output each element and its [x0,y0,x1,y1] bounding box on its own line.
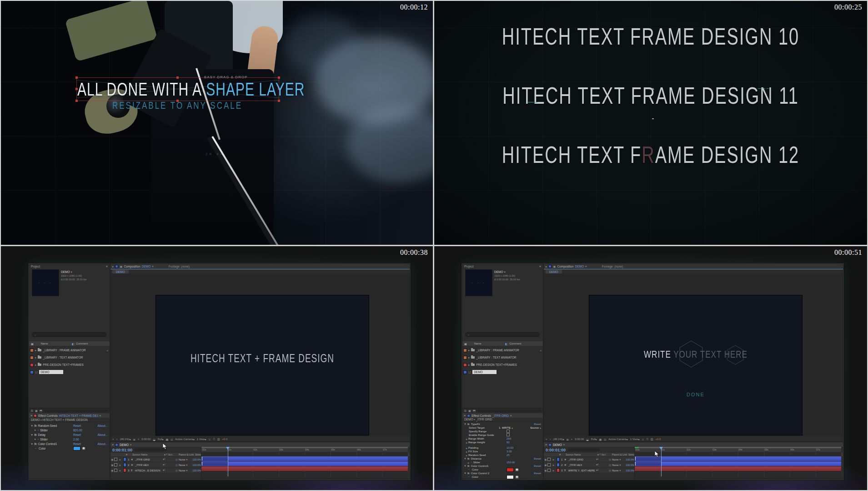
panel-menu-icon[interactable]: ≡ [106,265,108,268]
effect-row-color-control1[interactable]: ▼fx Color Control1 Reset About... [29,441,110,446]
effect-row-fx-size[interactable]: ▸FX Size 3.00 [462,450,543,453]
panel-menu-icon[interactable]: ≡ [563,443,565,446]
layer-row-2[interactable]: ◉ ▸ 2 ✹ _ITFR HEX ♦⁄⧵ ◎None▾ 100.0% [110,462,201,468]
lock-icon[interactable]: ▣ [120,265,122,268]
effect-row-random-seed[interactable]: ▼fx Random Seed Reset About... [29,423,110,428]
layer-switches[interactable]: ♦⁄⧵ [163,463,176,466]
layer-row-3[interactable]: ◉ ▸ 3 T HITECH...E DESIGN ♦⁄⧵ ◎None▾ 100… [110,468,201,473]
effect-row-slider[interactable]: ▸◔ Slider 150.00 [462,461,543,464]
reset-button[interactable]: Reset [534,457,541,460]
effect-row-random-seed[interactable]: ▸Random Seed 25 [462,453,543,457]
layer-bar-2[interactable] [201,461,408,466]
snapshot-icon[interactable]: ⬓ [586,438,589,441]
project-search-input[interactable]: ⌕ [465,332,540,337]
roi-icon[interactable]: ▦ [599,438,602,441]
project-item-label[interactable]: PRE-DESIGN TEXT+FRAMES [43,363,84,366]
effect-controls-tab-label[interactable]: Effect Controls [472,414,491,417]
footage-tab[interactable]: Footage: (none) [169,265,190,268]
viewer-time[interactable]: 0:00:00 [575,438,584,440]
project-item-label[interactable]: _LIBRARY : TEXT ANIMATOR [476,356,516,359]
stretch-value[interactable]: 100.0% [192,458,201,461]
effect-row-select-target[interactable]: Select Target 1. WRITE▾ Source▾ [462,426,543,430]
eye-icon[interactable]: ◉ [544,469,547,472]
project-thumbnail[interactable]: · · · [465,269,492,296]
magnification-dropdown[interactable]: (49.1%)▾ [120,438,131,441]
effect-row-slider[interactable]: ▸◔ Slider 2.00 [29,437,110,441]
reset-button[interactable]: Reset [534,465,541,467]
project-search-input[interactable]: ⌕ [32,332,106,337]
project-item-label[interactable]: _LIBRARY : FRAME ANIMATOR [476,349,519,352]
composition-view[interactable]: WRITE YOUR TEXT HERE DONE [589,295,803,435]
transparency-icon[interactable]: ⊡ [604,438,606,441]
transparency-icon[interactable]: ⊡ [171,438,173,441]
zoom-tool-icon[interactable]: ⌕ [116,438,117,441]
composition-tab-label[interactable]: Composition [557,265,573,268]
slider-value[interactable]: 2.00 [73,438,79,441]
mini-search-input[interactable] [44,410,108,412]
stopwatch-icon[interactable]: ◔ [35,447,36,450]
zoom-tool-icon[interactable]: ⌕ [549,438,551,441]
slider-value[interactable]: 150.00 [507,461,515,464]
parent-dropdown[interactable]: ◎None▾ [176,458,193,461]
layer-row-3[interactable]: ◉ ▸ 3 T WRITE Y...EXT HERE ♦⁄⧵ ◎None▾ 10… [544,468,634,473]
property-value[interactable]: 250 [507,437,511,440]
project-list-header[interactable]: ▦ Name ◧ Comment [462,341,543,346]
checkbox[interactable] [507,433,510,436]
playhead-handle[interactable] [659,447,663,450]
property-value[interactable]: 25 [507,454,510,456]
panel-menu-icon[interactable]: ≡ [510,414,512,417]
stopwatch-icon[interactable]: ◔ [37,429,39,432]
roi-icon[interactable]: ▦ [166,438,169,441]
layer-name[interactable]: WRITE Y...EXT HERE [568,469,596,472]
project-item-label[interactable]: _LIBRARY : FRAME ANIMATOR [43,349,86,352]
reset-button[interactable]: Reset [73,424,81,427]
time-ruler[interactable]: :00s01s02s03s04s05s06s07s [201,448,408,452]
project-item-demo[interactable]: ◱ DEMO [462,369,543,375]
reset-button[interactable]: Reset [73,433,81,436]
composition-tab-name[interactable]: DEMO [142,265,151,268]
parent-dropdown[interactable]: ◎None▾ [176,463,193,466]
panel-menu-icon[interactable]: ≡ [585,265,587,268]
project-item-library-text-animator[interactable]: ▸ _LIBRARY : TEXT ANIMATOR [462,354,543,361]
column-comment[interactable]: Comment [509,342,521,345]
layer-name[interactable]: _ITFR HEX [568,464,596,466]
project-item-library-frame-animator[interactable]: ▸ _LIBRARY : FRAME ANIMATOR ꭥ [29,347,110,354]
eye-icon[interactable]: ◉ [110,463,114,466]
project-item-predesign[interactable]: ▸ PRE-DESIGN TEXT+FRAMES [462,361,543,368]
view-layout-dropdown[interactable]: 1 View▾ [197,438,206,441]
exposure-value[interactable]: +0.0 [222,438,227,440]
effect-row-color[interactable]: ◔ Color [29,446,110,451]
camera-dropdown[interactable]: Active Camera▾ [175,438,194,441]
property-value[interactable]: 10.00 [507,446,513,449]
project-item-library-frame-animator[interactable]: ▸ _LIBRARY : FRAME ANIMATOR ꭥ [462,347,543,354]
eye-icon[interactable]: ◉ [110,458,114,461]
lock-icon[interactable]: ▣ [553,265,556,268]
timeline-tab-demo[interactable]: DEMO [120,443,129,446]
resolution-dropdown[interactable]: Full▾ [158,438,164,441]
effect-row-range-width[interactable]: ▸Range Width 250 [462,437,543,440]
property-value[interactable]: 50 [507,441,510,444]
chevron-down-icon[interactable]: ▾ [71,270,72,274]
layer-switches[interactable]: ♦⁄⧵ [596,463,609,466]
project-item-predesign[interactable]: ▸ PRE-DESIGN TEXT+FRAMES [29,361,110,368]
timeline-tab-demo[interactable]: DEMO [553,443,562,446]
about-link[interactable]: About... [98,433,108,436]
footage-tab[interactable]: Footage: (none) [602,265,623,268]
effect-controls-tab-label[interactable]: Effect Controls [38,414,58,417]
stretch-value[interactable]: 100.0% [626,458,634,461]
layer-row-2[interactable]: ◉ ▸ 2 ✹ _ITFR HEX ♦⁄⧵ ◎None▾ 100.0% [544,462,634,468]
stopwatch-icon[interactable]: ◔ [37,438,39,441]
timeline-graph-area[interactable]: :00s01s02s03s04s05s06s07s [634,447,841,479]
effect-row-specify-range[interactable]: Specify Range [462,430,543,433]
layer-switches[interactable]: ♦⁄⧵ [163,458,176,461]
reset-button[interactable]: Reset [534,423,541,425]
layer-bar-1[interactable] [201,456,408,461]
layer-row-1[interactable]: ◉ ▸ 1 ✹ _ITFR GRID ♦⁄⧵ ◎None▾ 100.0% [544,457,634,462]
project-list-header[interactable]: ▦ Name ◧ Comment [29,341,110,346]
eye-icon[interactable]: ◉ [544,458,547,461]
playhead-line[interactable] [661,448,662,476]
stretch-value[interactable]: 100.0% [626,469,634,472]
done-button[interactable]: DONE [589,392,802,397]
project-item-demo[interactable]: ◱ DEMO [29,369,110,375]
slider-value[interactable]: 820.00 [73,429,82,432]
